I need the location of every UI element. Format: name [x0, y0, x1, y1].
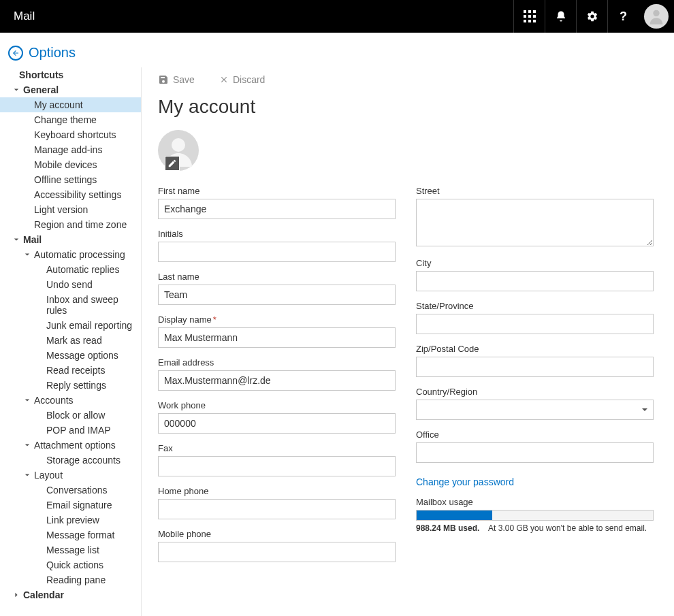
state-label: State/Province	[416, 301, 654, 311]
initials-field[interactable]	[158, 242, 396, 262]
fax-field[interactable]	[158, 456, 396, 476]
sidebar-item-light-version[interactable]: Light version	[0, 202, 141, 217]
sidebar-item-offline-settings[interactable]: Offline settings	[0, 172, 141, 187]
email-field[interactable]	[158, 370, 396, 391]
street-label: Street	[416, 186, 654, 196]
sidebar-item-read-receipts[interactable]: Read receipts	[0, 363, 141, 378]
sidebar-item-keyboard-shortcuts[interactable]: Keyboard shortcuts	[0, 127, 141, 142]
street-field[interactable]	[416, 199, 654, 246]
form: First name Initials Last name Display na…	[158, 186, 654, 572]
mailbox-usage-progress-bar	[417, 510, 492, 520]
sidebar-item-change-theme[interactable]: Change theme	[0, 112, 141, 127]
back-button[interactable]	[8, 46, 23, 61]
user-avatar[interactable]	[644, 4, 669, 29]
sidebar-item-message-options[interactable]: Message options	[0, 348, 141, 363]
sidebar-mail[interactable]: Mail	[0, 232, 141, 247]
office-label: Office	[416, 429, 654, 440]
sidebar-attachment-options[interactable]: Attachment options	[0, 438, 141, 453]
top-bar: Mail ?	[0, 0, 674, 33]
first-name-label: First name	[158, 186, 396, 196]
svg-rect-8	[533, 20, 536, 22]
work-phone-label: Work phone	[158, 400, 396, 410]
app-title: Mail	[14, 10, 35, 23]
edit-avatar-button[interactable]	[165, 156, 180, 171]
apps-icon[interactable]	[513, 0, 545, 33]
sidebar-item-message-format[interactable]: Message format	[0, 528, 141, 542]
bell-icon[interactable]	[545, 0, 576, 33]
caret-down-icon	[8, 87, 20, 93]
home-phone-field[interactable]	[158, 499, 396, 519]
change-password-link[interactable]: Change your password	[416, 476, 654, 487]
zip-label: Zip/Postal Code	[416, 344, 654, 354]
sidebar-shortcuts-header[interactable]: Shortcuts	[0, 67, 141, 82]
sidebar-item-block-allow[interactable]: Block or allow	[0, 408, 141, 423]
state-field[interactable]	[416, 314, 654, 334]
sidebar-item-conversations[interactable]: Conversations	[0, 483, 141, 498]
display-name-field[interactable]	[158, 327, 396, 348]
office-field[interactable]	[416, 442, 654, 463]
sidebar-accounts[interactable]: Accounts	[0, 393, 141, 408]
sidebar-layout[interactable]: Layout	[0, 468, 141, 483]
main-layout: Shortcuts General My account Change them…	[0, 67, 674, 616]
svg-rect-7	[528, 20, 531, 22]
display-name-label: Display name*	[158, 314, 396, 325]
home-phone-label: Home phone	[158, 486, 396, 496]
save-button-label: Save	[173, 74, 195, 85]
svg-point-9	[653, 10, 659, 16]
sidebar-item-email-signature[interactable]: Email signature	[0, 498, 141, 513]
content-area: Save Discard My account First name	[142, 67, 674, 616]
sidebar-automatic-processing[interactable]: Automatic processing	[0, 247, 141, 262]
mobile-phone-field[interactable]	[158, 542, 396, 562]
city-label: City	[416, 258, 654, 268]
svg-rect-0	[524, 10, 526, 13]
profile-avatar-block	[158, 130, 199, 171]
sidebar-item-reply-settings[interactable]: Reply settings	[0, 378, 141, 393]
form-col-right: Street City State/Province Zip/Postal Co…	[416, 186, 654, 572]
sidebar-calendar[interactable]: Calendar	[0, 587, 141, 602]
sidebar-item-quick-actions[interactable]: Quick actions	[0, 557, 141, 572]
sidebar-general[interactable]: General	[0, 82, 141, 97]
zip-field[interactable]	[416, 357, 654, 377]
sidebar-item-automatic-replies[interactable]: Automatic replies	[0, 262, 141, 277]
options-title: Options	[29, 45, 76, 61]
sidebar-item-mark-as-read[interactable]: Mark as read	[0, 333, 141, 348]
email-label: Email address	[158, 357, 396, 368]
sidebar-item-region[interactable]: Region and time zone	[0, 217, 141, 232]
form-col-left: First name Initials Last name Display na…	[158, 186, 396, 572]
sidebar-item-undo-send[interactable]: Undo send	[0, 277, 141, 292]
sidebar-item-link-preview[interactable]: Link preview	[0, 513, 141, 528]
svg-rect-3	[524, 15, 526, 18]
mailbox-usage-label: Mailbox usage	[416, 497, 654, 507]
sidebar-item-inbox-rules[interactable]: Inbox and sweep rules	[0, 292, 141, 318]
last-name-field[interactable]	[158, 285, 396, 305]
save-button[interactable]: Save	[158, 74, 195, 85]
discard-button[interactable]: Discard	[219, 74, 265, 85]
sidebar-item-reading-pane[interactable]: Reading pane	[0, 572, 141, 587]
help-icon[interactable]: ?	[607, 0, 639, 33]
sidebar-item-accessibility[interactable]: Accessibility settings	[0, 187, 141, 202]
svg-rect-4	[528, 15, 531, 18]
gear-icon[interactable]	[576, 0, 607, 33]
svg-rect-2	[533, 10, 536, 13]
country-field[interactable]	[416, 400, 654, 420]
sidebar-item-message-list[interactable]: Message list	[0, 542, 141, 557]
caret-down-icon	[19, 472, 31, 478]
caret-down-icon	[19, 252, 31, 257]
sidebar-item-manage-addins[interactable]: Manage add-ins	[0, 142, 141, 157]
sidebar-general-label: General	[20, 84, 61, 95]
svg-point-10	[172, 138, 185, 152]
svg-rect-6	[524, 20, 526, 22]
svg-rect-5	[533, 15, 536, 18]
sidebar-item-junk-email[interactable]: Junk email reporting	[0, 318, 141, 333]
options-header: Options	[0, 33, 674, 67]
first-name-field[interactable]	[158, 199, 396, 219]
city-field[interactable]	[416, 271, 654, 291]
sidebar-item-my-account[interactable]: My account	[0, 97, 141, 112]
sidebar-item-mobile-devices[interactable]: Mobile devices	[0, 157, 141, 172]
work-phone-field[interactable]	[158, 413, 396, 434]
mailbox-usage-progress	[416, 510, 654, 521]
sidebar-item-storage-accounts[interactable]: Storage accounts	[0, 453, 141, 468]
sidebar-mail-label: Mail	[20, 234, 44, 245]
caret-down-icon	[8, 237, 20, 242]
sidebar-item-pop-imap[interactable]: POP and IMAP	[0, 423, 141, 438]
